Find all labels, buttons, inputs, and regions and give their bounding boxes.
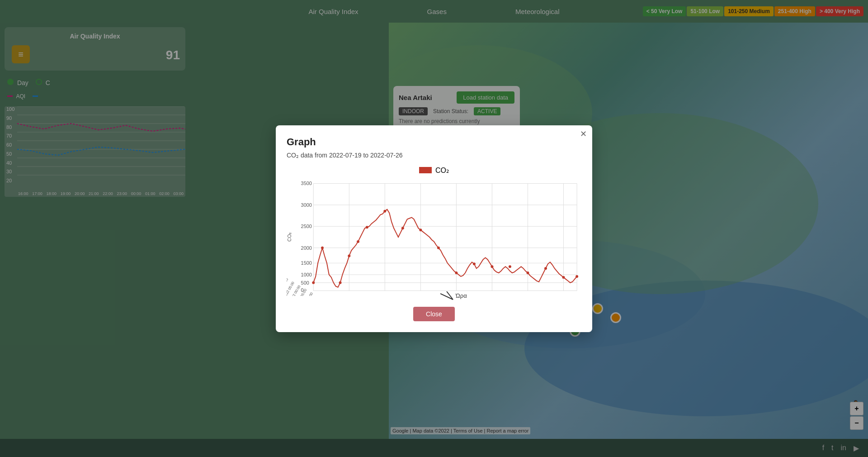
graph-modal: ✕ Graph CO₂ data from 2022-07-19 to 2022…	[276, 125, 592, 332]
svg-point-49	[455, 271, 458, 274]
modal-overlay: ✕ Graph CO₂ data from 2022-07-19 to 2022…	[0, 0, 868, 457]
svg-point-52	[509, 265, 511, 268]
svg-text:3000: 3000	[301, 202, 312, 207]
co2-graph-svg: 3500 3000 2500 2000 1500 1000 500 0 CO₂	[287, 178, 581, 296]
svg-text:CO₂: CO₂	[287, 232, 292, 241]
svg-text:2000: 2000	[301, 245, 312, 250]
graph-container: 3500 3000 2500 2000 1500 1000 500 0 CO₂	[287, 178, 581, 296]
modal-legend: CO₂	[287, 166, 581, 175]
close-btn-row: Close	[287, 307, 581, 321]
svg-point-44	[366, 226, 368, 228]
svg-text:500: 500	[301, 280, 309, 285]
modal-title: Graph	[287, 136, 581, 148]
svg-text:2500: 2500	[301, 224, 312, 229]
svg-point-53	[526, 271, 529, 274]
svg-point-45	[383, 209, 386, 212]
svg-point-55	[562, 276, 565, 278]
svg-point-39	[312, 281, 315, 284]
svg-point-42	[348, 254, 350, 257]
svg-point-46	[401, 227, 404, 229]
co2-legend-color	[419, 167, 432, 173]
svg-point-41	[339, 281, 342, 284]
svg-point-47	[419, 228, 422, 231]
svg-point-43	[357, 240, 359, 243]
svg-text:1500: 1500	[301, 260, 312, 266]
co2-legend-label: CO₂	[435, 166, 449, 175]
svg-point-54	[544, 267, 547, 270]
svg-text:3500: 3500	[301, 181, 312, 186]
svg-point-51	[491, 265, 493, 268]
svg-point-50	[473, 262, 476, 265]
svg-point-40	[321, 246, 324, 249]
svg-point-48	[437, 246, 440, 249]
svg-point-56	[576, 275, 578, 277]
modal-subtitle: CO₂ data from 2022-07-19 to 2022-07-26	[287, 152, 581, 159]
modal-close-x[interactable]: ✕	[580, 129, 587, 139]
close-btn[interactable]: Close	[413, 307, 455, 321]
svg-text:1000: 1000	[301, 271, 312, 277]
